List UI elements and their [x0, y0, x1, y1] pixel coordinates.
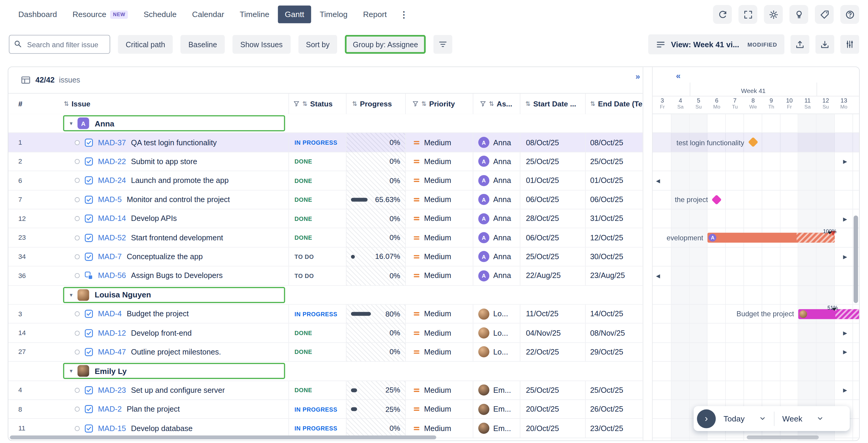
milestone-diamond[interactable]	[712, 194, 722, 204]
table-row[interactable]: 23MAD-52Start frontend developmentDONE0%…	[8, 228, 643, 247]
search-box[interactable]	[9, 35, 110, 54]
end-date-cell[interactable]: 14/Oct/25	[585, 304, 643, 323]
status-cell[interactable]: DONE	[288, 324, 346, 342]
column-header-status[interactable]: ⇅Status	[288, 94, 346, 114]
status-cell[interactable]: DONE	[288, 171, 346, 190]
issue-key-link[interactable]: MAD-14	[98, 215, 126, 223]
assignee-cell[interactable]: AAnna	[473, 133, 520, 152]
download-button[interactable]	[815, 35, 834, 54]
sort-icon[interactable]: ⇅	[64, 100, 69, 107]
end-date-cell[interactable]: 23/Aug/25	[585, 267, 643, 285]
chevron-down-icon[interactable]: ▾	[70, 292, 72, 298]
assignee-cell[interactable]: AAnna	[473, 210, 520, 228]
table-row[interactable]: 7MAD-5Monitor and control the projectDON…	[8, 190, 643, 210]
progress-cell[interactable]: 0%	[346, 228, 405, 247]
table-row[interactable]: 8MAD-2Plan the projectIN PROGRESS25%Medi…	[8, 400, 643, 419]
lightbulb-button[interactable]	[789, 5, 808, 24]
end-date-cell[interactable]: 12/Oct/25	[585, 228, 643, 247]
assignee-cell[interactable]: Em...	[473, 381, 520, 400]
issue-key-link[interactable]: MAD-22	[98, 157, 126, 166]
status-cell[interactable]: DONE	[288, 228, 346, 247]
issue-key-link[interactable]: MAD-47	[98, 348, 126, 356]
table-horizontal-scrollbar[interactable]	[10, 436, 436, 439]
progress-cell[interactable]: 25%	[346, 400, 405, 418]
scroll-to-bar-right-arrow[interactable]: ▶	[843, 387, 847, 393]
scroll-to-bar-left-arrow[interactable]: ◀	[656, 178, 660, 183]
dependency-handle[interactable]	[75, 159, 80, 164]
column-header-progress[interactable]: ⇅Progress	[346, 94, 405, 114]
tag-button[interactable]	[815, 5, 834, 24]
scroll-to-bar-right-arrow[interactable]: ▶	[843, 330, 847, 336]
start-date-cell[interactable]: 04/Nov/25	[520, 324, 585, 342]
table-row[interactable]: 14MAD-12Develop front-endDONE0%MediumLo.…	[8, 324, 643, 343]
milestone-diamond[interactable]	[748, 137, 758, 147]
table-row[interactable]: 34MAD-7Conceptualize the appTO DO16.07%M…	[8, 247, 643, 267]
priority-cell[interactable]: Medium	[405, 304, 473, 323]
priority-cell[interactable]: Medium	[405, 228, 473, 247]
assignee-cell[interactable]: AAnna	[473, 152, 520, 171]
scroll-to-bar-right-arrow[interactable]: ▶	[843, 254, 847, 260]
table-row[interactable]: 4MAD-23Set up and configure serverDONE25…	[8, 381, 643, 400]
sort-icon[interactable]: ⇅	[525, 100, 530, 107]
nav-item-resource[interactable]: ResourceNEW	[65, 6, 135, 23]
priority-cell[interactable]: Medium	[405, 343, 473, 361]
filter-funnel-icon[interactable]	[293, 101, 299, 107]
start-date-cell[interactable]: 25/Oct/25	[520, 381, 585, 400]
issue-key-link[interactable]: MAD-5	[98, 196, 122, 204]
progress-cell[interactable]: 16.07%	[346, 247, 405, 266]
priority-cell[interactable]: Medium	[405, 267, 473, 285]
sort-icon[interactable]: ⇅	[590, 100, 595, 107]
sort-icon[interactable]: ⇅	[489, 100, 494, 107]
dependency-handle[interactable]	[75, 255, 80, 260]
column-header-end-date[interactable]: ⇅End Date (Te...	[585, 94, 643, 114]
table-row[interactable]: 6MAD-24Launch and promote the appDONE0%M…	[8, 171, 643, 190]
issue-key-link[interactable]: MAD-37	[98, 139, 126, 147]
status-cell[interactable]: DONE	[288, 152, 346, 171]
status-cell[interactable]: DONE	[288, 210, 346, 228]
status-cell[interactable]: DONE	[288, 343, 346, 361]
nav-item-report[interactable]: Report	[356, 6, 394, 23]
scroll-to-bar-left-arrow[interactable]: ◀	[656, 273, 660, 279]
assignee-cell[interactable]: Em...	[473, 400, 520, 418]
dependency-handle[interactable]	[75, 407, 80, 412]
priority-cell[interactable]: Medium	[405, 247, 473, 266]
dependency-handle[interactable]	[75, 216, 80, 221]
critical-path-button[interactable]: Critical path	[118, 35, 173, 54]
start-date-cell[interactable]: 20/Oct/25	[520, 400, 585, 418]
table-row[interactable]: 36MAD-56Assign Bugs to DevelopersTO DO0%…	[8, 267, 643, 286]
progress-cell[interactable]: 0%	[346, 324, 405, 342]
start-date-cell[interactable]: 22/Oct/25	[520, 343, 585, 361]
progress-cell[interactable]: 0%	[346, 210, 405, 228]
issue-key-link[interactable]: MAD-15	[98, 424, 126, 433]
start-date-cell[interactable]: 08/Oct/25	[520, 133, 585, 152]
assignee-cell[interactable]: Em...	[473, 419, 520, 438]
progress-cell[interactable]: 25%	[346, 381, 405, 400]
start-date-cell[interactable]: 25/Oct/25	[520, 247, 585, 266]
column-header-assignee[interactable]: ⇅As...	[473, 94, 520, 114]
issue-key-link[interactable]: MAD-52	[98, 233, 126, 242]
priority-cell[interactable]: Medium	[405, 171, 473, 190]
dependency-handle[interactable]	[75, 197, 80, 202]
issue-key-link[interactable]: MAD-24	[98, 176, 126, 185]
settings-button[interactable]	[764, 5, 783, 24]
end-date-cell[interactable]: 08/Oct/25	[585, 133, 643, 152]
end-date-cell[interactable]: 26/Oct/25	[585, 400, 643, 418]
priority-cell[interactable]: Medium	[405, 133, 473, 152]
baseline-button[interactable]: Baseline	[181, 35, 225, 54]
column-header-issue[interactable]: ⇅Issue	[56, 94, 288, 114]
priority-cell[interactable]: Medium	[405, 324, 473, 342]
nav-item-timeline[interactable]: Timeline	[232, 6, 276, 23]
priority-cell[interactable]: Medium	[405, 190, 473, 209]
status-cell[interactable]: DONE	[288, 381, 346, 400]
status-cell[interactable]: IN PROGRESS	[288, 400, 346, 418]
priority-cell[interactable]: Medium	[405, 381, 473, 400]
start-date-cell[interactable]: 20/Oct/25	[520, 419, 585, 438]
upload-button[interactable]	[790, 35, 809, 54]
scroll-to-bar-right-arrow[interactable]: ▶	[843, 158, 847, 165]
issue-key-link[interactable]: MAD-7	[98, 253, 122, 261]
chevron-down-icon[interactable]: ▾	[70, 368, 72, 374]
priority-cell[interactable]: Medium	[405, 419, 473, 438]
help-button[interactable]	[840, 5, 859, 24]
group-row[interactable]: ▾Louisa Nguyen	[8, 286, 643, 305]
start-date-cell[interactable]: 01/Oct/25	[520, 171, 585, 190]
